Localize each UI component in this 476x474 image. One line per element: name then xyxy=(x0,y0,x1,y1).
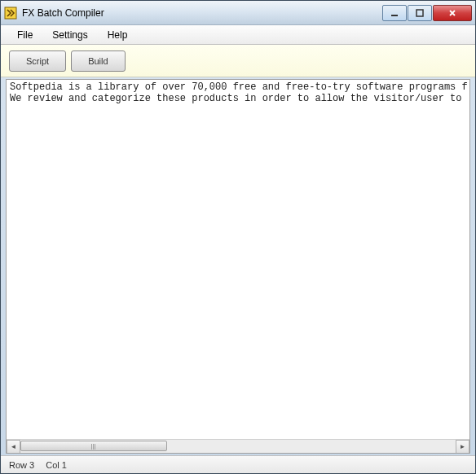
close-button[interactable] xyxy=(433,5,472,21)
minimize-button[interactable] xyxy=(382,5,407,21)
scroll-left-arrow-icon[interactable]: ◄ xyxy=(7,440,20,454)
app-icon xyxy=(4,7,17,20)
svg-rect-1 xyxy=(391,15,398,16)
titlebar[interactable]: FX Batch Compiler xyxy=(1,1,475,25)
build-button[interactable]: Build xyxy=(71,50,125,72)
status-col: Col 1 xyxy=(46,460,67,470)
editor-line: We review and categorize these products … xyxy=(10,93,468,104)
scroll-track[interactable] xyxy=(20,440,456,454)
editor-text[interactable]: Softpedia is a library of over 70,000 fr… xyxy=(7,80,469,439)
menubar: File Settings Help xyxy=(1,25,475,45)
scroll-right-arrow-icon[interactable]: ► xyxy=(456,440,469,454)
svg-rect-2 xyxy=(416,10,423,16)
horizontal-scrollbar[interactable]: ◄ ► xyxy=(7,439,469,453)
toolbar: Script Build xyxy=(1,45,475,77)
maximize-button[interactable] xyxy=(408,5,432,21)
application-window: FX Batch Compiler File Settings Help Scr… xyxy=(0,0,476,474)
window-controls xyxy=(381,5,472,21)
menu-file[interactable]: File xyxy=(7,27,42,43)
editor-area: Softpedia is a library of over 70,000 fr… xyxy=(6,79,470,454)
status-row: Row 3 xyxy=(9,460,34,470)
statusbar: Row 3 Col 1 xyxy=(1,455,475,473)
menu-help[interactable]: Help xyxy=(98,27,138,43)
menu-settings[interactable]: Settings xyxy=(42,27,97,43)
window-title: FX Batch Compiler xyxy=(22,7,381,19)
editor-line: Softpedia is a library of over 70,000 fr… xyxy=(10,81,468,93)
script-button[interactable]: Script xyxy=(9,50,66,72)
scroll-thumb[interactable] xyxy=(20,441,167,451)
